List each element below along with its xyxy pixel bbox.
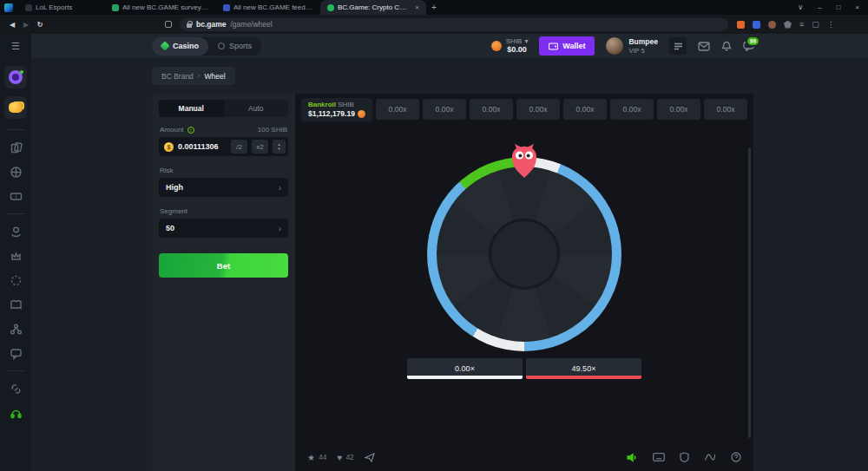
browser-profile-icon[interactable] [4, 3, 13, 12]
window-minimize-icon[interactable]: – [818, 3, 821, 11]
reading-list-icon[interactable]: ≡ [799, 20, 804, 29]
avatar [606, 37, 623, 55]
mail-icon [698, 42, 710, 51]
trends-button[interactable] [704, 453, 716, 461]
tab-casino[interactable]: Casino [152, 37, 208, 56]
bankroll-currency: SHIB [338, 101, 354, 108]
book-icon [10, 298, 23, 311]
risk-select[interactable]: High › [159, 178, 288, 197]
hotkeys-button[interactable] [653, 453, 665, 461]
bookmark-icon[interactable] [165, 21, 172, 28]
sidebar-item-casino[interactable] [10, 141, 23, 154]
share-button[interactable] [365, 453, 375, 462]
url-domain: bc.game [196, 20, 227, 29]
favorites-count[interactable]: ★ 44 [307, 453, 326, 462]
bet-button[interactable]: Bet [159, 253, 288, 278]
step-down-icon[interactable]: ▾ [278, 147, 280, 152]
shield-icon [680, 452, 689, 462]
history-multiplier-button[interactable]: 0.00x [470, 99, 513, 120]
browser-tab-2[interactable]: All new BC.GAME survey & feedback [105, 0, 216, 15]
notifications-button[interactable] [721, 41, 732, 51]
game-scrollbar[interactable] [748, 147, 751, 438]
share-plane-icon [365, 453, 375, 462]
heart-icon[interactable]: ♥ [337, 453, 342, 462]
fairness-button[interactable] [680, 452, 689, 462]
currency-selector[interactable]: SHIB ▾ $0.00 [491, 37, 529, 55]
chat-button[interactable]: 99 [743, 41, 754, 51]
window-restore-icon[interactable]: □ [836, 3, 840, 11]
history-multiplier-button[interactable]: 0.00x [657, 99, 700, 120]
sidebar-item-rewards[interactable] [4, 96, 27, 119]
browser-tab-3[interactable]: All new BC.GAME feedback [216, 0, 320, 15]
user-profile[interactable]: Bumpee VIP 5 [606, 37, 658, 55]
segment-select[interactable]: 50 › [159, 219, 288, 238]
extensions-puzzle-icon[interactable] [784, 21, 792, 29]
sidebar-item-guide[interactable] [10, 298, 23, 311]
extension-icon-2[interactable] [753, 21, 760, 29]
amount-stepper[interactable]: ▴ ▾ [273, 140, 286, 154]
forward-icon[interactable]: ▶ [19, 21, 33, 29]
wheel-inner-slices [437, 167, 612, 342]
chevron-right-icon: › [198, 72, 201, 80]
extension-icon-3[interactable] [768, 21, 776, 29]
sidebar-item-lottery[interactable] [10, 190, 23, 203]
browser-tab-active[interactable]: BC.Game: Crypto Casino Games & × [320, 0, 426, 15]
sidebar-divider [6, 213, 25, 214]
sidebar-item-promotions[interactable] [4, 66, 27, 88]
keyboard-icon [653, 453, 665, 461]
sidebar-divider [6, 129, 25, 130]
half-bet-button[interactable]: /2 [231, 140, 247, 154]
sidebar-item-vip[interactable] [10, 250, 23, 263]
sidebar-item-support[interactable] [10, 407, 23, 420]
extension-icon-1[interactable] [737, 21, 745, 29]
history-multiplier-button[interactable]: 0.00x [423, 99, 466, 120]
sidebar-item-bonus[interactable] [10, 274, 23, 287]
star-icon[interactable]: ★ [307, 453, 315, 462]
amount-input[interactable] [178, 142, 227, 151]
back-icon[interactable]: ◀ [5, 21, 19, 29]
casino-sports-toggle: Casino Sports [152, 37, 261, 56]
history-multiplier-button[interactable]: 0.00x [516, 99, 560, 120]
transactions-button[interactable] [669, 37, 687, 55]
window-menu-icon[interactable]: ∨ [798, 3, 803, 11]
sidebar-item-forum[interactable] [10, 347, 23, 360]
history-multiplier-button[interactable]: 0.00x [704, 99, 747, 120]
lock-icon [187, 23, 192, 28]
sound-button[interactable] [627, 453, 638, 462]
history-multiplier-button[interactable]: 0.00x [563, 99, 607, 120]
game-toolbar: ★ 44 ♥ 42 [307, 449, 741, 465]
tab-favicon [112, 4, 119, 11]
side-panel-icon[interactable]: ▢ [812, 20, 819, 29]
amount-label: Amount [160, 126, 184, 134]
tab-manual[interactable]: Manual [159, 100, 224, 117]
history-multiplier-button[interactable]: 0.00x [610, 99, 654, 120]
tab-close-icon[interactable]: × [415, 3, 419, 11]
likes-count[interactable]: ♥ 42 [337, 453, 353, 462]
tab-auto[interactable]: Auto [224, 100, 289, 117]
wallet-button[interactable]: Wallet [539, 36, 595, 56]
help-button[interactable] [731, 452, 741, 462]
window-close-icon[interactable]: × [855, 3, 859, 11]
sidebar-item-staking[interactable] [10, 226, 23, 239]
browser-menu-icon[interactable]: ⋮ [827, 20, 835, 29]
result-multiplier-low: 0.00× [407, 358, 523, 379]
inbox-button[interactable] [698, 42, 710, 51]
sidebar-item-links[interactable] [10, 383, 23, 396]
tab-title: All new BC.GAME survey & feedback [122, 3, 209, 11]
crown-icon [10, 250, 23, 263]
spinner-icon [10, 274, 23, 287]
sidebar-menu-icon[interactable]: ☰ [11, 41, 20, 52]
url-bar[interactable]: bc.game/game/wheel [180, 18, 728, 31]
double-bet-button[interactable]: x2 [252, 140, 268, 154]
history-multiplier-button[interactable]: 0.00x [376, 99, 419, 120]
new-tab-button[interactable]: + [431, 3, 437, 12]
tab-sports[interactable]: Sports [208, 37, 261, 56]
chevron-right-icon: › [279, 224, 281, 233]
breadcrumb-parent[interactable]: BC Brand [161, 72, 194, 81]
reload-icon[interactable]: ↻ [33, 21, 47, 29]
sidebar-item-sports[interactable] [10, 166, 23, 179]
info-icon[interactable]: i [187, 127, 194, 134]
sidebar-item-affiliate[interactable] [10, 323, 23, 336]
browser-tab-1[interactable]: LoL Esports [18, 0, 105, 15]
username: Bumpee [628, 37, 658, 46]
